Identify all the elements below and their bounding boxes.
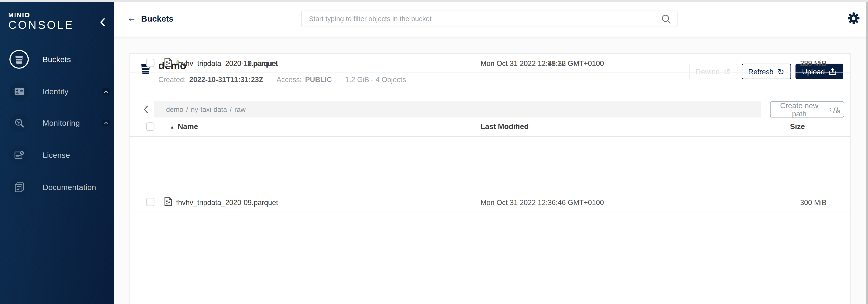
logo-io: IO (22, 12, 30, 18)
search-input[interactable] (301, 10, 678, 27)
sidebar-item-documentation[interactable]: Documentation (9, 177, 110, 197)
breadcrumb: demo / ny-taxi-data / raw (166, 106, 246, 113)
table-row[interactable]: fhvhv_tripdata_2020-12.parquet Mon Oct 3… (130, 54, 850, 73)
path-bar: demo / ny-taxi-data / raw Create new pat… (137, 101, 844, 117)
sidebar-collapse-button[interactable] (98, 17, 106, 27)
object-size: 289 MiB (800, 59, 827, 67)
chevron-left-icon (100, 18, 105, 27)
breadcrumb-back-button[interactable] (137, 101, 154, 117)
object-size: 300 MiB (800, 198, 827, 206)
breadcrumb-bar: demo / ny-taxi-data / raw (137, 101, 761, 117)
bucket-panel: demo Created: 2022-10-31T11:31:23Z Acces… (129, 53, 851, 304)
settings-button[interactable] (847, 12, 860, 24)
breadcrumb-separator: / (230, 106, 232, 113)
column-header-name[interactable]: Name (178, 122, 198, 131)
back-button[interactable]: ← (127, 14, 136, 23)
sidebar-item-label: Identity (43, 87, 68, 96)
bucket-meta: Created: 2022-10-31T11:31:23Z Access: PU… (158, 75, 406, 83)
sidebar-item-monitoring[interactable]: Monitoring (9, 113, 110, 133)
object-name: fhvhv_tripdata_2020-09.parquet (176, 198, 278, 206)
row-checkbox[interactable] (146, 198, 154, 206)
select-all-checkbox[interactable] (146, 122, 154, 131)
sidebar: MINIO CONSOLE Buckets Identity (0, 0, 114, 304)
sidebar-item-label: Buckets (43, 55, 71, 64)
file-icon (164, 197, 172, 209)
breadcrumb-item-current: raw (235, 106, 246, 113)
column-header-last-modified[interactable]: Last Modified (480, 122, 529, 131)
window-top-edge (0, 0, 868, 2)
bucket-icon (9, 50, 29, 69)
breadcrumb-separator: / (186, 106, 188, 113)
table-row[interactable]: fhvhv_tripdata_2020-09.parquet Mon Oct 3… (130, 193, 850, 212)
topbar: ← Buckets (114, 0, 868, 37)
file-icon (164, 58, 172, 70)
page-header: ← Buckets (127, 0, 174, 36)
create-path-icon (829, 106, 840, 113)
access-value: PUBLIC (305, 75, 332, 83)
gear-icon (847, 12, 860, 24)
content-area: demo Created: 2022-10-31T11:31:23Z Acces… (114, 36, 868, 304)
logo-wordmark: MINIO (8, 12, 74, 18)
page-title: Buckets (141, 13, 174, 23)
breadcrumb-item-bucket[interactable]: demo (166, 106, 184, 113)
monitoring-icon (9, 113, 29, 132)
sidebar-item-label: Documentation (43, 183, 96, 192)
sidebar-item-license[interactable]: License (9, 145, 110, 165)
sidebar-item-label: Monitoring (43, 119, 80, 128)
chevron-left-icon (143, 105, 148, 113)
access-label: Access: (277, 75, 302, 83)
search-icon (661, 14, 672, 24)
scrollbar[interactable] (866, 2, 868, 304)
minio-console-logo: MINIO CONSOLE (8, 12, 74, 30)
license-icon (9, 146, 29, 164)
object-last-modified: Mon Oct 31 2022 12:43:12 GMT+0100 (480, 59, 604, 67)
object-last-modified: Mon Oct 31 2022 12:36:46 GMT+0100 (480, 198, 604, 206)
identity-card-icon (9, 82, 29, 101)
chevron-up-icon[interactable] (102, 88, 110, 95)
column-header-size[interactable]: Size (790, 122, 805, 131)
bucket-usage: 1.2 GiB - 4 Objects (345, 75, 406, 83)
sort-asc-icon[interactable]: ▲ (170, 125, 174, 130)
app-window: MINIO CONSOLE Buckets Identity (0, 0, 868, 304)
search-box (301, 10, 678, 27)
create-path-button[interactable]: Create new path (770, 101, 844, 117)
row-checkbox[interactable] (146, 59, 154, 67)
chevron-up-icon[interactable] (102, 120, 110, 126)
logo-console: CONSOLE (8, 19, 74, 30)
sidebar-item-identity[interactable]: Identity (9, 81, 110, 101)
table-header: ▲ Name Last Modified Size (130, 117, 850, 137)
sidebar-item-buckets[interactable]: Buckets (9, 49, 110, 69)
object-name: fhvhv_tripdata_2020-12.parquet (176, 59, 278, 67)
sidebar-item-label: License (43, 151, 70, 160)
logo-min: MIN (8, 12, 22, 18)
documentation-icon (9, 178, 29, 197)
created-value: 2022-10-31T11:31:23Z (189, 75, 264, 83)
created-label: Created: (158, 75, 186, 83)
create-path-label: Create new path (774, 101, 825, 118)
breadcrumb-item-folder[interactable]: ny-taxi-data (191, 106, 227, 113)
back-arrow-icon: ← (127, 13, 136, 23)
